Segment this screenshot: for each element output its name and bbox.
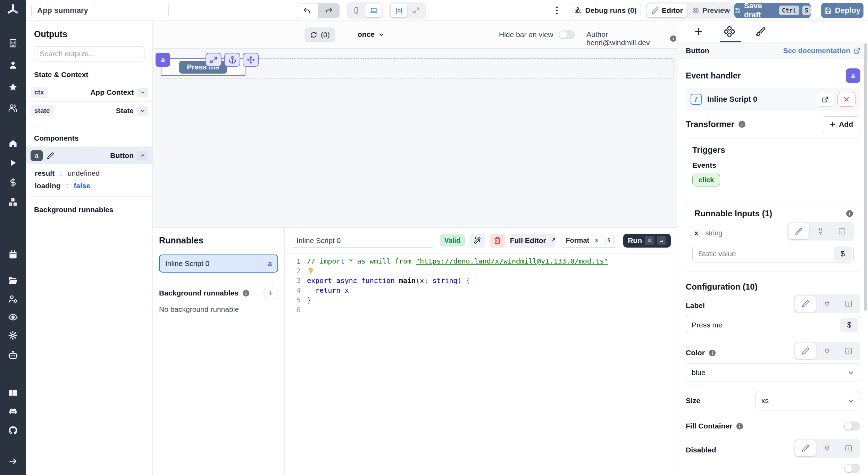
size-select[interactable]: xs [756, 391, 860, 410]
connect-mode-button[interactable] [810, 223, 831, 239]
static-mode-button[interactable] [795, 343, 816, 359]
info-icon[interactable] [845, 209, 854, 218]
save-draft-button[interactable]: Save draft Ctrl S [734, 3, 811, 18]
sidebar-item-settings[interactable] [0, 328, 26, 342]
sidebar-item-resources[interactable] [0, 195, 26, 209]
align-center-icon [395, 7, 403, 15]
full-editor-button[interactable]: Full Editor [510, 234, 556, 248]
runnable-item-inline-script-0[interactable]: Inline Script 0 a [159, 255, 278, 273]
input-type: string [706, 229, 723, 237]
event-handler-script-card[interactable]: ƒ Inline Script 0 [686, 88, 860, 111]
component-loading-row: loading : false [26, 179, 152, 197]
resize-handle[interactable] [240, 70, 243, 74]
connect-mode-button[interactable] [817, 296, 837, 312]
remove-script-button[interactable] [837, 92, 856, 107]
static-value-input[interactable] [693, 250, 834, 258]
run-button[interactable]: Run ⌘ ↵ [623, 234, 671, 248]
anchor-component-button[interactable] [224, 53, 240, 67]
sidebar-item-audit-logs[interactable] [0, 310, 26, 324]
eval-mode-button[interactable]: ƒ [838, 440, 859, 456]
tab-component-settings-icon[interactable] [724, 26, 735, 37]
debug-runs-button[interactable]: Debug runs (0) [570, 3, 641, 18]
info-icon[interactable] [708, 349, 716, 357]
hide-bar-toggle[interactable] [559, 30, 575, 39]
dollar-template-button[interactable]: $ [840, 318, 858, 332]
fill-container-toggle[interactable] [844, 422, 860, 431]
sidebar-item-variables[interactable] [0, 175, 26, 189]
format-button[interactable]: Format ⌘ S [561, 234, 618, 248]
sidebar-item-groups[interactable] [0, 292, 26, 306]
sidebar-item-github[interactable] [0, 423, 26, 437]
collapse-sidebar-button[interactable] [0, 454, 26, 468]
sidebar-item-workers[interactable] [0, 348, 26, 362]
events-label: Events [692, 161, 854, 169]
info-icon[interactable] [738, 120, 746, 128]
windmill-logo[interactable] [0, 3, 26, 17]
connect-mode-button[interactable] [817, 440, 837, 456]
expand-component-button[interactable] [206, 53, 222, 67]
code-editor[interactable]: 123456 // import * as wmill from "https:… [285, 253, 677, 475]
info-icon[interactable] [242, 289, 250, 297]
ctx-expand-button[interactable] [137, 88, 148, 97]
connect-mode-button[interactable] [817, 343, 837, 359]
eval-mode-button[interactable]: ƒ [838, 343, 859, 359]
edit-id-pencil-icon[interactable] [47, 152, 54, 159]
tab-editor[interactable]: Editor [647, 3, 687, 17]
deploy-button[interactable]: Deploy [821, 3, 863, 18]
output-row-state[interactable]: state State [26, 101, 152, 120]
delete-script-button[interactable] [490, 234, 505, 248]
undo-button[interactable] [296, 3, 318, 18]
sidebar-item-user[interactable] [0, 58, 26, 72]
sidebar-item-runs[interactable] [0, 156, 26, 170]
search-outputs-input[interactable] [34, 46, 144, 61]
info-icon[interactable] [736, 422, 744, 430]
component-row-a[interactable]: a Button [26, 147, 152, 164]
users-icon [8, 103, 18, 113]
tab-insert-plus-icon[interactable] [693, 26, 704, 37]
schedule-dropdown[interactable]: once [358, 30, 385, 39]
sidebar-item-home[interactable] [0, 136, 26, 150]
add-background-runnable-button[interactable]: + [264, 286, 278, 300]
sidebar-item-folders[interactable] [0, 274, 26, 288]
function-square-icon: ƒ [845, 347, 852, 355]
eval-mode-button[interactable]: ƒ [832, 223, 852, 239]
disabled-toggle[interactable] [844, 464, 860, 473]
eval-mode-button[interactable]: ƒ [838, 296, 859, 312]
component-id-tag[interactable]: a [156, 53, 170, 67]
sidebar-item-docs[interactable] [0, 386, 26, 400]
ai-assistant-button[interactable] [470, 234, 485, 248]
dollar-template-button[interactable]: $ [834, 247, 852, 261]
center-align-button[interactable] [391, 3, 407, 17]
app-summary-input[interactable] [31, 3, 169, 18]
component-collapse-button[interactable] [137, 151, 148, 160]
script-name-input[interactable] [291, 234, 435, 248]
static-mode-button[interactable] [788, 223, 809, 239]
sidebar-item-schedules[interactable] [0, 248, 26, 261]
desktop-view-button[interactable] [365, 3, 382, 17]
code-content[interactable]: // import * as wmill from "https://deno.… [307, 256, 677, 315]
tab-preview[interactable]: Preview [688, 3, 734, 17]
sidebar-item-favorites[interactable] [0, 80, 26, 94]
fullscreen-button[interactable] [408, 3, 425, 17]
see-documentation-link[interactable]: See documentation [783, 47, 860, 55]
open-script-button[interactable] [816, 92, 834, 107]
panel-scrollbar[interactable] [864, 43, 867, 311]
redo-button[interactable] [318, 3, 339, 18]
state-expand-button[interactable] [137, 106, 148, 116]
sidebar-item-discord[interactable] [0, 405, 26, 418]
refresh-runnables-button[interactable]: (0) [304, 27, 335, 42]
sidebar-item-members[interactable] [0, 101, 26, 115]
static-mode-button[interactable] [795, 440, 816, 456]
move-component-button[interactable] [243, 53, 259, 67]
static-mode-button[interactable] [795, 296, 816, 312]
label-value-input[interactable] [686, 321, 840, 329]
more-menu-button[interactable] [553, 6, 561, 15]
color-select[interactable]: blue [686, 363, 860, 382]
info-icon[interactable] [669, 34, 677, 43]
add-transformer-button[interactable]: Add [822, 116, 860, 132]
mobile-view-button[interactable] [348, 3, 365, 17]
sidebar-item-workspace[interactable] [0, 36, 26, 50]
tab-styling-brush-icon[interactable] [755, 26, 766, 37]
event-handler-header: Event handler a [686, 68, 860, 83]
output-row-ctx[interactable]: ctx App Context [26, 83, 152, 101]
